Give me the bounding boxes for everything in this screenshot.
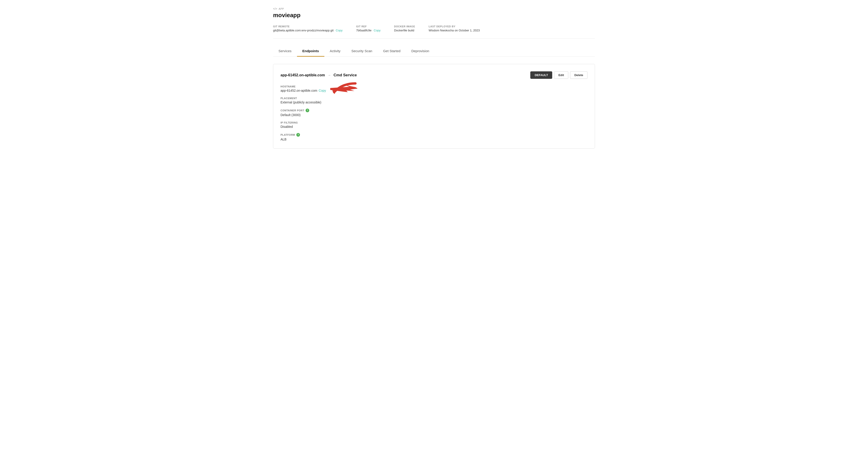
git-remote-label: GIT REMOTE <box>273 25 343 28</box>
last-deployed-label: LAST DEPLOYED BY <box>429 25 480 28</box>
tab-security-scan[interactable]: Security Scan <box>346 46 378 57</box>
hostname-value: app-61452.on-aptible.com <box>281 89 317 92</box>
git-remote-value: git@beta.aptible.com:env-prodzz/movieapp… <box>273 29 343 32</box>
card-actions: DEFAULT Edit Delete <box>530 71 587 79</box>
meta-git-ref: GIT REF 7b6aa8fc9e Copy <box>356 25 381 32</box>
meta-git-remote: GIT REMOTE git@beta.aptible.com:env-prod… <box>273 25 343 32</box>
platform-label: PLATFORM ? <box>281 133 587 137</box>
ip-filtering-value: Disabled <box>281 125 587 129</box>
tab-get-started[interactable]: Get Started <box>378 46 406 57</box>
card-fields: HOSTNAME app-61452.on-aptible.com Copy <box>281 85 587 141</box>
app-label: </> APP <box>273 7 595 10</box>
red-arrow-svg <box>330 82 358 96</box>
tab-endpoints[interactable]: Endpoints <box>297 46 324 57</box>
container-port-help-icon[interactable]: ? <box>306 109 309 112</box>
red-arrow-annotation <box>330 82 358 96</box>
card-title-row: app-61452.on-aptible.com → Cmd Service <box>281 73 357 77</box>
meta-last-deployed: LAST DEPLOYED BY Wisdom Nwokocha on Octo… <box>429 25 480 32</box>
arrow-separator: → <box>328 73 331 77</box>
hostname-title: app-61452.on-aptible.com <box>281 73 325 77</box>
hostname-label: HOSTNAME <box>281 85 587 88</box>
service-name: Cmd Service <box>334 73 357 77</box>
svg-marker-0 <box>330 82 358 96</box>
last-deployed-value: Wisdom Nwokocha on October 1, 2023 <box>429 29 480 32</box>
placement-label: PLACEMENT <box>281 97 587 100</box>
meta-docker-image: DOCKER IMAGE Dockerfile build <box>394 25 415 32</box>
code-icon: </> <box>273 7 277 10</box>
ip-filtering-label: IP FILTERING <box>281 121 587 124</box>
docker-image-label: DOCKER IMAGE <box>394 25 415 28</box>
git-ref-value: 7b6aa8fc9e Copy <box>356 29 381 32</box>
edit-button[interactable]: Edit <box>554 71 568 79</box>
tab-bar: Services Endpoints Activity Security Sca… <box>273 46 595 57</box>
ip-filtering-field: IP FILTERING Disabled <box>281 121 587 129</box>
hostname-value-row: app-61452.on-aptible.com Copy <box>281 89 587 92</box>
platform-help-icon[interactable]: ? <box>296 133 300 137</box>
container-port-field: CONTAINER PORT ? Default (3000) <box>281 109 587 117</box>
container-port-value: Default (3000) <box>281 113 587 117</box>
endpoint-card: app-61452.on-aptible.com → Cmd Service D… <box>273 64 595 148</box>
git-remote-copy-link[interactable]: Copy <box>336 29 342 32</box>
tab-services[interactable]: Services <box>273 46 297 57</box>
platform-value: ALB <box>281 137 587 141</box>
delete-button[interactable]: Delete <box>570 71 587 79</box>
svg-marker-1 <box>332 89 337 94</box>
card-header: app-61452.on-aptible.com → Cmd Service D… <box>281 71 587 79</box>
app-type-label: APP <box>279 7 284 10</box>
hostname-field: HOSTNAME app-61452.on-aptible.com Copy <box>281 85 587 92</box>
tab-activity[interactable]: Activity <box>324 46 346 57</box>
hostname-copy-link[interactable]: Copy <box>319 89 326 92</box>
meta-section: GIT REMOTE git@beta.aptible.com:env-prod… <box>273 25 595 39</box>
placement-field: PLACEMENT External (publicly accessible) <box>281 97 587 104</box>
git-ref-label: GIT REF <box>356 25 381 28</box>
app-title: movieapp <box>273 12 595 19</box>
container-port-label: CONTAINER PORT ? <box>281 109 587 112</box>
platform-field: PLATFORM ? ALB <box>281 133 587 141</box>
git-ref-copy-link[interactable]: Copy <box>374 29 380 32</box>
docker-image-value: Dockerfile build <box>394 29 415 32</box>
default-badge-button: DEFAULT <box>530 71 552 79</box>
tab-deprovision[interactable]: Deprovision <box>406 46 435 57</box>
placement-value: External (publicly accessible) <box>281 100 587 104</box>
